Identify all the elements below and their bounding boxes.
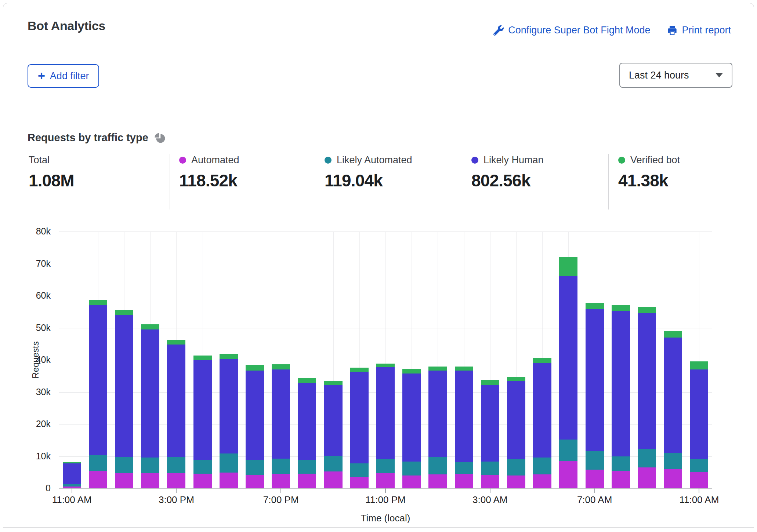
bar-segment-automated[interactable] (533, 474, 551, 489)
bar-segment-likely-automated[interactable] (272, 459, 290, 474)
bar-column[interactable] (242, 232, 268, 488)
bar-segment-verified-bot[interactable] (481, 380, 499, 385)
bar-segment-likely-human[interactable] (89, 305, 107, 455)
bar-segment-likely-automated[interactable] (115, 457, 133, 473)
bar-segment-likely-human[interactable] (350, 372, 369, 463)
bar-segment-automated[interactable] (141, 473, 159, 488)
bar-column[interactable] (529, 232, 555, 488)
bar-segment-likely-human[interactable] (533, 363, 551, 458)
bar-column[interactable] (215, 232, 242, 488)
bar-segment-verified-bot[interactable] (141, 324, 159, 329)
bar-segment-automated[interactable] (220, 473, 238, 488)
bar-segment-verified-bot[interactable] (638, 307, 656, 313)
bar-column[interactable] (608, 232, 634, 488)
bar-column[interactable] (189, 232, 215, 488)
bar-segment-likely-human[interactable] (481, 385, 499, 461)
bar-column[interactable] (111, 232, 137, 488)
bar-segment-likely-automated[interactable] (612, 456, 630, 471)
bar-stack[interactable] (690, 361, 708, 488)
bar-segment-automated[interactable] (324, 471, 343, 488)
bar-segment-verified-bot[interactable] (272, 364, 290, 369)
bar-segment-likely-human[interactable] (638, 313, 656, 448)
bar-column[interactable] (451, 232, 477, 488)
bar-segment-verified-bot[interactable] (690, 361, 708, 369)
bar-segment-likely-human[interactable] (507, 381, 525, 459)
bar-column[interactable] (686, 232, 712, 488)
bar-stack[interactable] (455, 367, 473, 488)
bar-segment-likely-human[interactable] (141, 329, 159, 458)
bar-segment-likely-automated[interactable] (507, 459, 525, 475)
bar-segment-automated[interactable] (455, 474, 473, 488)
bar-segment-likely-human[interactable] (298, 383, 316, 460)
bar-segment-likely-automated[interactable] (586, 451, 604, 470)
bar-segment-automated[interactable] (638, 467, 656, 488)
bar-segment-likely-human[interactable] (220, 359, 238, 453)
bar-segment-likely-automated[interactable] (324, 456, 343, 471)
bar-segment-likely-automated[interactable] (298, 460, 316, 474)
bar-segment-verified-bot[interactable] (428, 367, 447, 371)
bar-stack[interactable] (612, 305, 630, 489)
bar-segment-likely-automated[interactable] (402, 462, 421, 476)
bar-stack[interactable] (272, 364, 290, 488)
bar-segment-verified-bot[interactable] (324, 381, 343, 385)
bar-segment-verified-bot[interactable] (115, 310, 133, 315)
bar-stack[interactable] (167, 340, 185, 488)
bar-segment-verified-bot[interactable] (376, 364, 395, 367)
bar-segment-automated[interactable] (664, 469, 682, 488)
bar-segment-likely-human[interactable] (115, 315, 133, 457)
bar-segment-automated[interactable] (428, 474, 447, 489)
bar-column[interactable] (346, 232, 372, 488)
bar-segment-likely-human[interactable] (193, 360, 212, 460)
bar-column[interactable] (268, 232, 294, 488)
bar-stack[interactable] (402, 369, 421, 488)
bar-segment-automated[interactable] (402, 475, 421, 488)
bar-segment-verified-bot[interactable] (298, 378, 316, 383)
bar-segment-automated[interactable] (246, 475, 264, 488)
bar-segment-automated[interactable] (507, 475, 525, 488)
bar-segment-automated[interactable] (272, 474, 290, 488)
bar-segment-likely-human[interactable] (167, 345, 185, 457)
bar-segment-automated[interactable] (690, 472, 708, 488)
bar-segment-likely-automated[interactable] (559, 440, 577, 461)
bar-segment-automated[interactable] (481, 475, 499, 488)
bar-column[interactable] (85, 232, 111, 488)
bar-segment-verified-bot[interactable] (533, 358, 551, 363)
bar-stack[interactable] (376, 364, 395, 488)
bar-segment-automated[interactable] (89, 471, 107, 488)
bar-segment-verified-bot[interactable] (402, 369, 421, 373)
bar-stack[interactable] (428, 367, 447, 488)
bar-segment-likely-human[interactable] (559, 276, 577, 440)
bar-segment-likely-automated[interactable] (533, 458, 551, 474)
bar-segment-verified-bot[interactable] (246, 365, 264, 371)
bar-segment-likely-human[interactable] (402, 374, 421, 462)
bar-segment-likely-human[interactable] (324, 385, 343, 456)
bar-segment-likely-automated[interactable] (664, 453, 682, 469)
bar-stack[interactable] (664, 331, 682, 488)
bar-column[interactable] (320, 232, 346, 488)
bar-segment-automated[interactable] (167, 473, 185, 488)
bar-segment-likely-human[interactable] (455, 371, 473, 462)
bar-stack[interactable] (141, 324, 159, 488)
configure-sbfm-link[interactable]: Configure Super Bot Fight Mode (493, 25, 650, 36)
bar-segment-verified-bot[interactable] (455, 367, 473, 371)
bar-segment-automated[interactable] (350, 477, 369, 489)
bar-segment-automated[interactable] (559, 461, 577, 488)
bar-column[interactable] (137, 232, 163, 488)
bar-segment-likely-automated[interactable] (246, 460, 264, 475)
bar-segment-verified-bot[interactable] (193, 356, 212, 360)
bar-column[interactable] (477, 232, 503, 488)
bar-segment-likely-human[interactable] (272, 369, 290, 458)
bar-segment-likely-automated[interactable] (89, 455, 107, 471)
bar-segment-verified-bot[interactable] (89, 300, 107, 305)
bar-segment-automated[interactable] (115, 473, 133, 488)
bar-stack[interactable] (533, 358, 551, 488)
bar-segment-likely-human[interactable] (664, 338, 682, 453)
time-range-select[interactable]: Last 24 hours (619, 63, 732, 88)
bar-column[interactable] (660, 232, 686, 488)
bar-segment-verified-bot[interactable] (220, 354, 238, 359)
bar-segment-automated[interactable] (612, 471, 630, 488)
bar-segment-automated[interactable] (193, 474, 212, 488)
bar-stack[interactable] (246, 365, 264, 488)
bar-column[interactable] (399, 232, 425, 488)
bar-segment-likely-automated[interactable] (481, 462, 499, 475)
